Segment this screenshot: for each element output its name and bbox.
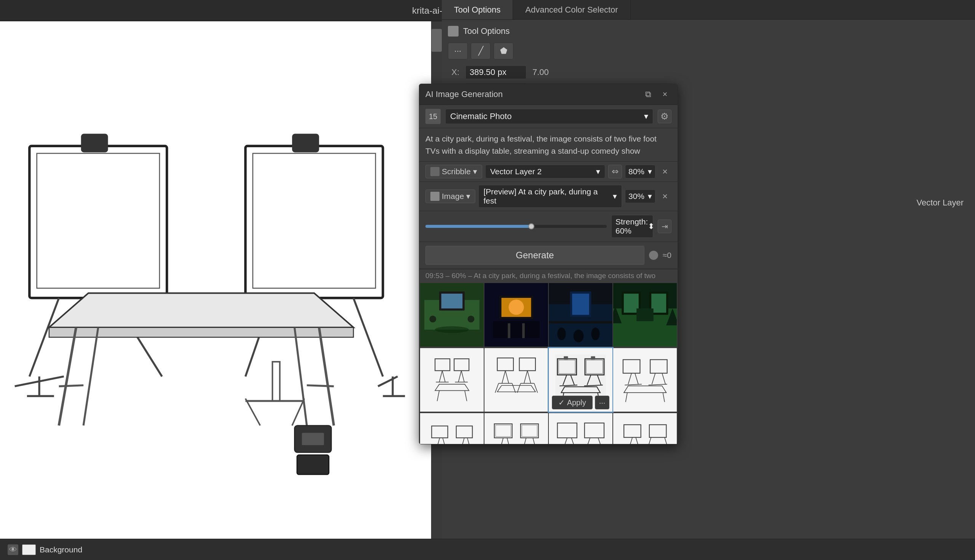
style-dropdown[interactable]: Cinematic Photo ▾ (445, 109, 653, 124)
style-icon: 15 (425, 109, 441, 124)
svg-line-19 (319, 328, 334, 426)
image-clear-btn[interactable]: × (659, 190, 671, 203)
image-layer-select[interactable]: [Preview] At a city park, during a fest … (478, 185, 622, 208)
image-type-btn[interactable]: Image ▾ (425, 190, 475, 203)
svg-rect-24 (272, 362, 279, 401)
svg-rect-1 (37, 153, 160, 288)
generate-count: ≈0 (663, 251, 671, 260)
strength-value: Strength: 60% (615, 217, 648, 235)
tool-btn-shape[interactable]: ⬟ (493, 43, 513, 59)
vector-layer-label: Vector Layer (916, 198, 963, 208)
svg-rect-2 (81, 134, 108, 153)
photo-thumb-4 (613, 283, 677, 347)
image-grid: 09:53 – 60% – At a city park, during a f… (419, 269, 677, 444)
svg-line-20 (84, 328, 98, 426)
svg-line-12 (353, 298, 383, 376)
strength-fill (425, 225, 534, 228)
tool-options-header: Tool Options (448, 26, 969, 37)
ai-style-row: 15 Cinematic Photo ▾ ⚙ (419, 105, 677, 128)
image-cell-6[interactable] (485, 348, 548, 412)
strength-spinner[interactable]: Strength: 60% ⬍ (611, 215, 653, 238)
svg-point-51 (574, 330, 584, 342)
scribble-layer-select[interactable]: Vector Layer 2 ▾ (485, 165, 605, 178)
tool-btn-line[interactable]: ╱ (471, 43, 490, 59)
image-row: Image ▾ [Preview] At a city park, during… (419, 182, 677, 211)
svg-rect-74 (491, 355, 542, 405)
scribble-expand-btn[interactable]: ⇔ (608, 165, 622, 178)
svg-rect-30 (297, 455, 329, 475)
svg-point-52 (591, 328, 599, 340)
scribble-row: Scribble ▾ Vector Layer 2 ▾ ⇔ 80% ▾ × (419, 162, 677, 182)
layer-item-background: 👁 Background (8, 544, 82, 555)
layer-thumbnail (22, 544, 36, 555)
svg-rect-94 (564, 356, 568, 360)
sketch-svg-9 (426, 420, 478, 444)
image-cell-2[interactable] (485, 283, 548, 347)
image-icon (430, 192, 440, 201)
top-panel: Tool Options Advanced Color Selector Too… (442, 0, 975, 20)
scribble-percent-input[interactable]: 80% ▾ (625, 165, 656, 178)
apply-button[interactable]: ✓ Apply (552, 396, 593, 409)
scribble-type-btn[interactable]: Scribble ▾ (425, 165, 482, 178)
sketch-svg-11 (555, 420, 606, 444)
svg-rect-100 (591, 356, 595, 360)
image-cell-10[interactable] (485, 413, 548, 444)
sketch-svg-10 (491, 420, 542, 444)
svg-line-22 (59, 385, 84, 387)
image-layer-name: [Preview] At a city park, during a fest (483, 187, 613, 205)
svg-rect-49 (549, 321, 612, 323)
image-cell-11[interactable] (549, 413, 612, 444)
ai-panel-expand-btn[interactable]: ⧉ (642, 88, 655, 101)
image-cell-7[interactable]: ✓ Apply ··· (549, 348, 612, 412)
style-settings-btn[interactable]: ⚙ (658, 110, 671, 123)
svg-rect-130 (491, 420, 542, 444)
photo-thumb-3 (549, 283, 612, 347)
image-cell-1[interactable] (420, 283, 484, 347)
scrollbar-thumb[interactable] (431, 29, 442, 52)
tab-tool-options[interactable]: Tool Options (442, 0, 513, 19)
more-button[interactable]: ··· (595, 396, 610, 409)
image-cell-4[interactable] (613, 283, 677, 347)
image-cell-3[interactable] (549, 283, 612, 347)
canvas-container[interactable] (0, 21, 442, 560)
strength-slider[interactable] (425, 225, 607, 228)
ai-panel-controls: ⧉ × (642, 88, 671, 101)
tool-buttons-row: ··· ╱ ⬟ (448, 43, 969, 59)
svg-marker-16 (49, 293, 353, 327)
sketch-svg-6 (491, 355, 542, 405)
scribble-clear-btn[interactable]: × (659, 165, 671, 178)
photo-svg-2 (485, 283, 548, 347)
svg-line-23 (307, 385, 334, 387)
image-cell-9[interactable] (420, 413, 484, 444)
svg-rect-116 (426, 420, 478, 444)
image-cell-12[interactable] (613, 413, 677, 444)
strength-thumb[interactable] (528, 223, 534, 229)
scribble-dropdown-arrow: ▾ (473, 167, 477, 176)
send-right-btn[interactable]: ⇥ (658, 220, 671, 233)
image-cell-5[interactable] (420, 348, 484, 412)
generate-button[interactable]: Generate (425, 246, 644, 265)
canvas[interactable] (0, 21, 442, 560)
photo-svg-4 (613, 283, 677, 347)
x-input[interactable] (465, 65, 526, 79)
image-cell-7-actions: ✓ Apply ··· (549, 396, 612, 409)
scribble-layer-arrow: ▾ (596, 167, 600, 176)
layer-visibility-btn[interactable]: 👁 (8, 544, 18, 555)
style-name: Cinematic Photo (450, 112, 512, 122)
sketch-svg-12 (620, 420, 671, 444)
prompt-text[interactable]: At a city park, during a festival, the i… (425, 133, 671, 157)
image-layer-arrow: ▾ (613, 192, 617, 201)
image-percent-input[interactable]: 30% ▾ (625, 190, 656, 203)
image-cell-8[interactable] (613, 348, 677, 412)
generate-row: Generate ≈0 (419, 242, 677, 269)
generation-status: 09:53 – 60% – At a city park, during a f… (419, 269, 677, 282)
svg-line-21 (294, 328, 307, 426)
tool-btn-dots[interactable]: ··· (448, 43, 468, 59)
tool-options-title: Tool Options (463, 26, 510, 36)
bottom-bar: 👁 Background (0, 539, 975, 560)
tab-advanced-color-selector[interactable]: Advanced Color Selector (513, 0, 630, 19)
svg-rect-154 (620, 420, 671, 444)
svg-line-27 (292, 399, 304, 426)
ai-panel-close-btn[interactable]: × (659, 88, 671, 101)
svg-point-35 (435, 327, 469, 333)
